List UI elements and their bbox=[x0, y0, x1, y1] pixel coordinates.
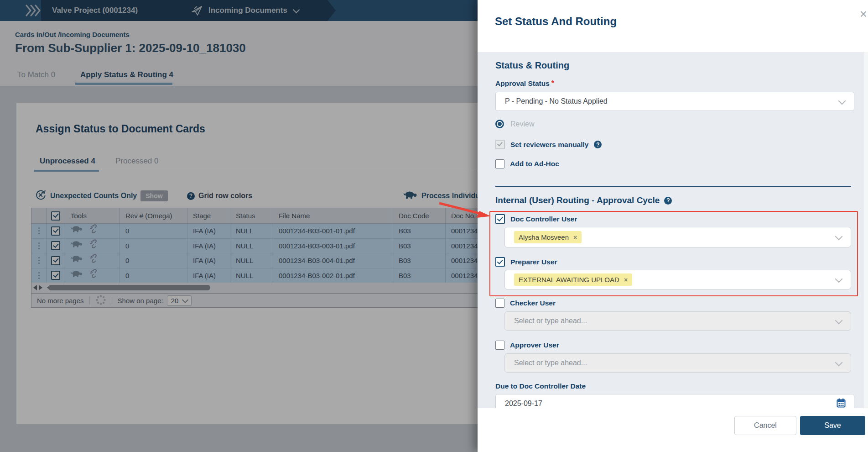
help-icon[interactable]: ? bbox=[664, 197, 672, 205]
chevron-down-icon bbox=[838, 97, 846, 105]
remove-tag-icon[interactable]: × bbox=[573, 234, 577, 241]
approver-checkbox[interactable] bbox=[495, 341, 504, 350]
close-icon[interactable]: × bbox=[860, 8, 867, 21]
chevron-down-icon bbox=[835, 233, 843, 241]
section-heading-status-routing: Status & Routing bbox=[495, 60, 569, 71]
due-date-input[interactable]: 2025-09-17 bbox=[495, 394, 854, 408]
doc-controller-row: Doc Controller User bbox=[495, 214, 577, 224]
help-icon[interactable]: ? bbox=[594, 141, 602, 148]
remove-tag-icon[interactable]: × bbox=[624, 277, 628, 283]
modal-scrollbar-track[interactable] bbox=[863, 52, 868, 408]
checker-select[interactable]: Select or type ahead... bbox=[504, 311, 851, 331]
approver-label: Approver User bbox=[510, 341, 559, 349]
section-divider bbox=[495, 186, 851, 187]
chevron-down-icon bbox=[835, 358, 843, 366]
preparer-select[interactable]: EXTERNAL AWAITING UPLOAD × bbox=[504, 270, 851, 289]
due-date-value: 2025-09-17 bbox=[505, 399, 542, 408]
app-root: Valve Project (0001234) Incoming Documen… bbox=[0, 0, 868, 452]
checker-checkbox[interactable] bbox=[495, 299, 504, 308]
set-reviewers-checkbox[interactable] bbox=[495, 140, 505, 149]
chevron-down-icon bbox=[835, 316, 843, 324]
approval-status-select[interactable]: P - Pending - No Status Applied bbox=[495, 92, 854, 111]
calendar-icon[interactable] bbox=[837, 398, 846, 408]
review-radio-row: Review bbox=[495, 120, 534, 128]
selected-user-tag: EXTERNAL AWAITING UPLOAD × bbox=[514, 273, 632, 286]
add-adhoc-row: Add to Ad-Hoc bbox=[495, 159, 559, 168]
tag-label: Alysha Mosveen bbox=[519, 233, 569, 241]
cancel-button[interactable]: Cancel bbox=[734, 416, 796, 435]
modal-body: Status & Routing Approval Status* P - Pe… bbox=[478, 52, 868, 408]
checker-row: Checker User bbox=[495, 299, 556, 308]
set-reviewers-label: Set reviewers manually bbox=[510, 141, 588, 149]
approval-status-value: P - Pending - No Status Applied bbox=[505, 97, 608, 105]
add-adhoc-checkbox[interactable] bbox=[495, 159, 504, 168]
save-button[interactable]: Save bbox=[800, 416, 865, 435]
doc-controller-select[interactable]: Alysha Mosveen × bbox=[504, 227, 851, 247]
selected-user-tag: Alysha Mosveen × bbox=[514, 231, 582, 243]
review-label: Review bbox=[510, 120, 534, 128]
approval-status-label: Approval Status bbox=[495, 79, 550, 87]
modal-footer: Cancel Save bbox=[478, 408, 868, 452]
set-status-routing-panel: Set Status And Routing × Status & Routin… bbox=[478, 0, 868, 452]
due-date-label: Due to Doc Controller Date bbox=[495, 382, 586, 390]
chevron-down-icon bbox=[835, 275, 843, 283]
doc-controller-label: Doc Controller User bbox=[510, 215, 577, 223]
review-radio[interactable] bbox=[495, 120, 504, 128]
required-asterisk: * bbox=[551, 79, 554, 87]
modal-title: Set Status And Routing bbox=[495, 15, 617, 28]
select-placeholder: Select or type ahead... bbox=[514, 359, 587, 367]
modal-backdrop[interactable] bbox=[0, 0, 478, 452]
set-reviewers-row: Set reviewers manually ? bbox=[495, 140, 602, 149]
preparer-row: Preparer User bbox=[495, 257, 557, 267]
preparer-checkbox[interactable] bbox=[495, 257, 505, 267]
approver-select[interactable]: Select or type ahead... bbox=[504, 353, 851, 373]
tag-label: EXTERNAL AWAITING UPLOAD bbox=[519, 276, 619, 284]
approver-row: Approver User bbox=[495, 341, 559, 350]
preparer-label: Preparer User bbox=[510, 258, 557, 266]
checker-label: Checker User bbox=[510, 299, 556, 307]
section-heading-internal-routing: Internal (User) Routing - Approval Cycle bbox=[495, 195, 660, 205]
select-placeholder: Select or type ahead... bbox=[514, 317, 587, 325]
add-adhoc-label: Add to Ad-Hoc bbox=[510, 160, 559, 168]
doc-controller-checkbox[interactable] bbox=[495, 214, 505, 224]
